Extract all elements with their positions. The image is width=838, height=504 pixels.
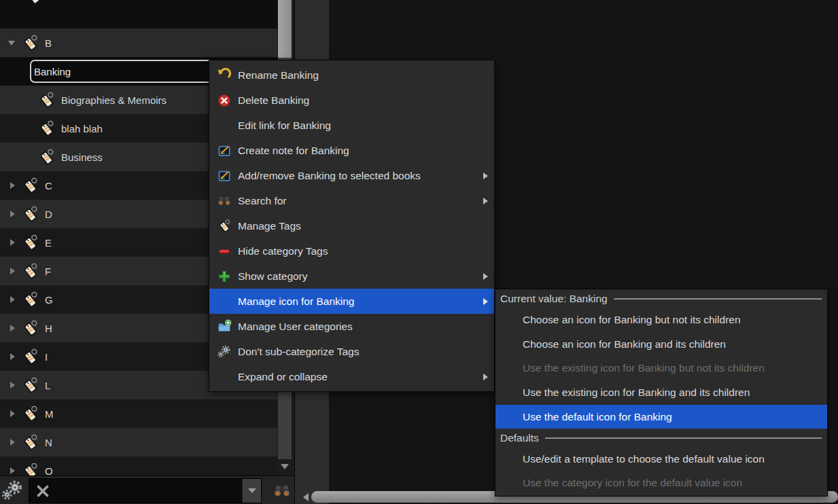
section-header-label: Current value: Banking	[500, 293, 608, 305]
tag-icon	[21, 177, 39, 195]
submenu-item-choose-icon-and-children[interactable]: Choose an icon for Banking and its child…	[495, 332, 827, 357]
tree-row-label: I	[45, 351, 48, 363]
collapse-arrow-icon[interactable]	[10, 382, 15, 389]
tree-row-label: Biographies & Memoirs	[61, 94, 167, 106]
tag-icon	[217, 219, 232, 234]
tag-icon	[21, 291, 39, 309]
green-plus-icon	[217, 269, 232, 284]
menu-item-expand-or-collapse[interactable]: Expand or collapse	[209, 364, 494, 389]
tree-row-label: O	[45, 465, 53, 476]
chevron-down-icon	[248, 488, 256, 493]
tree-row-label: Business	[61, 151, 103, 163]
submenu-item-existing-icon-not-children: Use the existing icon for Banking but no…	[495, 357, 827, 381]
menu-item-manage-icon-for-banking[interactable]: Manage icon for Banking	[209, 289, 494, 314]
collapse-arrow-icon[interactable]	[10, 410, 15, 417]
submenu-item-label: Use the default icon for Banking	[523, 411, 672, 423]
menu-item-manage-user-categories[interactable]: Manage User categories	[209, 314, 494, 339]
menu-item-label: Manage User categories	[238, 321, 353, 333]
menu-item-hide-category[interactable]: Hide category Tags	[209, 238, 494, 264]
tree-row-category-o[interactable]: O	[0, 456, 277, 475]
submenu-item-label: Use the existing icon for Banking but no…	[523, 362, 765, 374]
scroll-left-arrow-icon[interactable]	[303, 493, 309, 501]
tree-row-category-m[interactable]: M	[0, 399, 277, 428]
note-pencil-icon	[217, 168, 232, 183]
tag-browser-bottom-bar	[0, 475, 294, 504]
menu-item-create-note[interactable]: Create note for Banking	[209, 138, 494, 163]
find-filter-combobox[interactable]	[29, 478, 262, 503]
tree-row-label: M	[45, 408, 54, 420]
submenu-section-header: Current value: Banking	[495, 290, 827, 308]
folder-plus-icon	[217, 319, 232, 334]
empty-icon-slot	[217, 294, 232, 309]
expand-arrow-icon[interactable]	[8, 41, 15, 46]
gears-icon	[217, 344, 232, 359]
tag-icon	[37, 120, 56, 138]
tag-icon	[21, 348, 39, 366]
tag-icon	[21, 234, 39, 252]
tree-row-label: L	[45, 380, 50, 391]
tag-context-menu: Rename Banking Delete Banking Edit link …	[209, 60, 495, 392]
menu-item-label: Search for	[238, 195, 287, 207]
menu-item-rename-banking[interactable]: Rename Banking	[209, 62, 494, 88]
manage-icon-submenu: Current value: Banking Choose an icon fo…	[495, 289, 828, 497]
submenu-item-label: Use the existing icon for Banking and it…	[523, 386, 750, 399]
menu-item-delete-banking[interactable]: Delete Banking	[209, 88, 494, 113]
tree-row-label: E	[45, 237, 52, 249]
configure-gears-icon[interactable]	[1, 479, 24, 503]
submenu-item-label: Use/edit a template to choose the defaul…	[523, 453, 765, 465]
collapse-arrow-icon[interactable]	[10, 268, 15, 274]
menu-item-label: Hide category Tags	[238, 245, 328, 257]
collapse-arrow-icon[interactable]	[10, 439, 15, 446]
submenu-item-label: Choose an icon for Banking but not its c…	[523, 314, 741, 326]
menu-item-edit-link[interactable]: Edit link for Banking	[209, 113, 494, 138]
section-header-label: Defaults	[500, 432, 539, 444]
note-pencil-icon	[217, 143, 232, 158]
menu-item-label: Manage Tags	[238, 220, 301, 232]
tree-row-category-b[interactable]: B	[0, 29, 277, 57]
tag-icon	[21, 376, 39, 395]
menu-item-label: Expand or collapse	[238, 371, 328, 383]
submenu-item-use-default-icon[interactable]: Use the default icon for Banking	[495, 405, 827, 429]
menu-item-label: Don't sub-categorize Tags	[238, 346, 359, 358]
collapse-arrow-icon[interactable]	[10, 353, 15, 360]
vertical-scrollbar-thumb[interactable]	[278, 0, 292, 58]
submenu-section-header: Defaults	[495, 429, 827, 447]
scroll-down-arrow-icon[interactable]	[281, 464, 289, 469]
submenu-arrow-icon	[483, 298, 488, 305]
collapse-arrow-icon[interactable]	[10, 239, 15, 246]
submenu-arrow-icon	[483, 198, 488, 204]
tree-row-label: H	[45, 323, 52, 334]
binoculars-icon	[217, 194, 232, 209]
calibre-tag-browser-window: B Biographies & Memoirs blah blah Busine…	[0, 0, 838, 504]
menu-item-dont-sub-categorize[interactable]: Don't sub-categorize Tags	[209, 339, 494, 364]
collapse-arrow-icon[interactable]	[10, 467, 15, 474]
menu-item-manage-tags[interactable]: Manage Tags	[209, 213, 494, 238]
collapse-arrow-icon[interactable]	[10, 182, 15, 189]
menu-item-label: Create note for Banking	[238, 145, 349, 157]
menu-item-search-for[interactable]: Search for	[209, 188, 494, 213]
tag-icon	[21, 262, 39, 281]
submenu-item-choose-icon-not-children[interactable]: Choose an icon for Banking but not its c…	[495, 308, 827, 333]
tag-icon	[21, 205, 39, 223]
section-header-rule	[614, 298, 822, 300]
combobox-dropdown-button[interactable]	[242, 479, 261, 503]
menu-item-label: Edit link for Banking	[238, 120, 331, 132]
clear-x-icon[interactable]	[35, 483, 51, 499]
tree-row-category-n[interactable]: N	[0, 428, 277, 456]
menu-item-show-category[interactable]: Show category	[209, 264, 494, 289]
tag-icon	[21, 319, 39, 338]
collapse-arrow-icon[interactable]	[10, 211, 15, 217]
tree-row-label: G	[45, 294, 53, 306]
submenu-item-use-edit-template[interactable]: Use/edit a template to choose the defaul…	[495, 447, 827, 471]
collapse-arrow-icon[interactable]	[10, 296, 15, 303]
tree-row-label: B	[45, 37, 52, 49]
tag-icon	[21, 462, 39, 476]
find-binoculars-icon[interactable]	[273, 482, 292, 501]
menu-item-label: Add/remove Banking to selected books	[238, 170, 421, 182]
menu-item-add-remove-to-books[interactable]: Add/remove Banking to selected books	[209, 163, 494, 188]
collapse-arrow-icon[interactable]	[10, 325, 15, 331]
submenu-arrow-icon	[483, 273, 488, 280]
submenu-item-label: Use the category icon for the default va…	[523, 477, 742, 489]
submenu-item-label: Choose an icon for Banking and its child…	[523, 338, 726, 350]
submenu-item-existing-icon-and-children[interactable]: Use the existing icon for Banking and it…	[495, 380, 827, 405]
